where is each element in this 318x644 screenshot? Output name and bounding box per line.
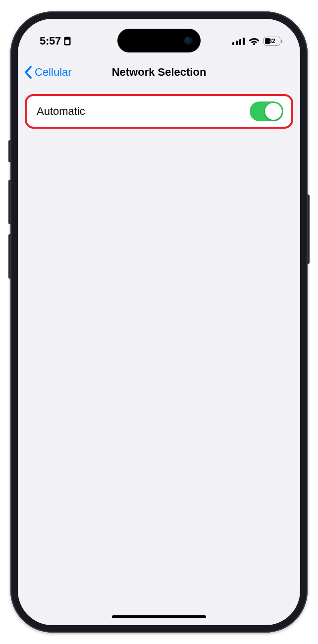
home-indicator[interactable] xyxy=(112,615,206,618)
front-camera-icon xyxy=(184,37,193,45)
automatic-label: Automatic xyxy=(37,105,85,118)
navigation-bar: Cellular Network Selection xyxy=(18,57,300,87)
cellular-signal-icon xyxy=(232,38,245,45)
automatic-row[interactable]: Automatic xyxy=(25,94,293,129)
back-label: Cellular xyxy=(35,66,72,79)
svg-rect-1 xyxy=(65,40,69,44)
chevron-left-icon xyxy=(24,65,33,79)
status-left: 5:57 xyxy=(40,35,71,48)
page-title: Network Selection xyxy=(112,66,207,79)
dynamic-island xyxy=(117,29,201,52)
phone-frame: 5:57 xyxy=(10,11,308,633)
svg-point-2 xyxy=(253,43,255,45)
back-button[interactable]: Cellular xyxy=(24,65,72,79)
phone-side-button xyxy=(308,195,310,264)
automatic-toggle[interactable] xyxy=(250,101,283,121)
status-right: 32 xyxy=(232,37,283,46)
toggle-knob xyxy=(265,103,282,120)
battery-percent: 32 xyxy=(268,38,275,45)
battery-icon: 32 xyxy=(264,37,282,46)
status-time: 5:57 xyxy=(40,35,61,48)
wifi-icon xyxy=(249,37,260,45)
dual-sim-icon xyxy=(64,37,71,46)
content-area: Automatic xyxy=(18,87,300,136)
screen: 5:57 xyxy=(18,19,300,625)
